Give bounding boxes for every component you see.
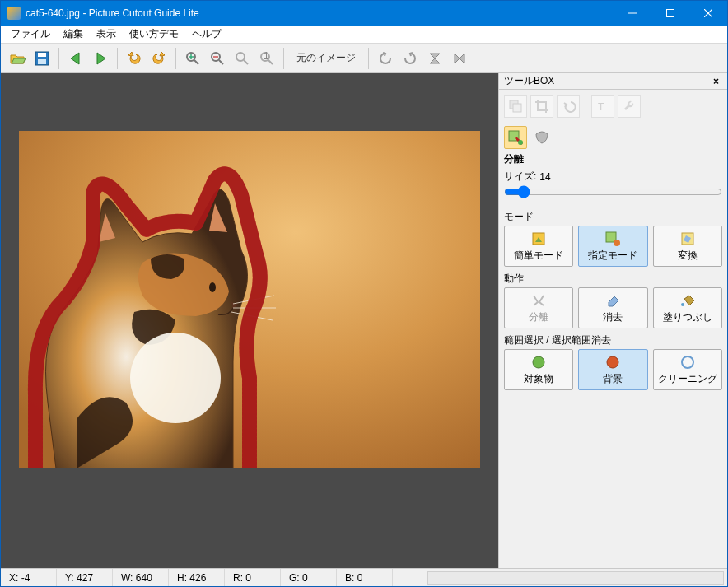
status-b: B: 0: [337, 569, 393, 586]
mode-simple-label: 簡単モード: [514, 249, 563, 263]
menu-file[interactable]: ファイル: [4, 26, 57, 43]
svg-rect-26: [513, 104, 521, 112]
flip-horizontal-button[interactable]: [448, 47, 471, 70]
svg-point-21: [209, 282, 216, 292]
svg-line-8: [194, 60, 198, 64]
window-title: cat5-640.jpg - Picture Cutout Guide Lite: [26, 7, 614, 19]
horizontal-scrollbar[interactable]: [427, 571, 724, 585]
svg-point-37: [682, 356, 693, 368]
status-h: H: 426: [169, 569, 225, 586]
open-button[interactable]: [6, 47, 29, 70]
menu-view[interactable]: 表示: [90, 26, 123, 43]
svg-point-35: [533, 356, 544, 368]
mode-group-label: モード: [504, 210, 722, 224]
range-object-label: 対象物: [524, 372, 553, 386]
tool-separate-icon[interactable]: [504, 126, 527, 149]
action-group-label: 動作: [504, 272, 722, 286]
mode-specified-label: 指定モード: [588, 249, 637, 263]
menu-bar: ファイル 編集 表示 使い方デモ ヘルプ: [1, 26, 727, 44]
zoom-out-button[interactable]: [206, 47, 229, 70]
canvas-area[interactable]: [1, 73, 498, 568]
main-toolbar: 1 元のイメージ: [1, 44, 727, 73]
workspace: ツールBOX × T 分離 サイズ: 14 モード: [1, 73, 727, 568]
action-erase-label: 消去: [603, 310, 623, 324]
mode-transform-label: 変換: [678, 249, 698, 263]
prev-button[interactable]: [64, 47, 87, 70]
range-object-button[interactable]: 対象物: [504, 349, 573, 390]
tool-crop-icon[interactable]: [530, 95, 553, 118]
status-y: Y: 427: [57, 569, 113, 586]
tool-text-icon[interactable]: T: [591, 95, 614, 118]
range-background-button[interactable]: 背景: [578, 349, 647, 390]
action-fill-button[interactable]: 塗りつぶし: [653, 287, 722, 328]
toolbox-close-button[interactable]: ×: [710, 76, 722, 87]
svg-line-15: [244, 60, 248, 64]
tool-wrench-icon[interactable]: [618, 95, 641, 118]
svg-point-29: [518, 140, 523, 145]
size-label: サイズ:: [504, 170, 536, 184]
svg-point-36: [607, 356, 618, 368]
save-button[interactable]: [30, 47, 54, 70]
original-image-button[interactable]: 元のイメージ: [289, 47, 363, 70]
svg-point-34: [681, 303, 684, 306]
tool-undo-icon[interactable]: [557, 95, 580, 118]
undo-button[interactable]: [123, 47, 146, 70]
mode-transform-button[interactable]: 変換: [653, 226, 722, 267]
svg-line-12: [219, 60, 223, 64]
svg-line-17: [268, 60, 273, 64]
zoom-in-button[interactable]: [181, 47, 204, 70]
tool-mask-icon[interactable]: [530, 126, 553, 149]
minimize-button[interactable]: [614, 1, 651, 26]
app-icon: [7, 7, 21, 20]
status-w: W: 640: [113, 569, 169, 586]
svg-rect-1: [667, 10, 674, 17]
mode-specified-button[interactable]: 指定モード: [578, 226, 647, 267]
tool-layer-icon[interactable]: [504, 95, 527, 118]
rotate-cw-button[interactable]: [399, 47, 422, 70]
toolbox-title: ツールBOX: [504, 74, 710, 88]
menu-edit[interactable]: 編集: [57, 26, 90, 43]
range-background-label: 背景: [603, 372, 623, 386]
flip-vertical-button[interactable]: [423, 47, 446, 70]
svg-point-32: [614, 240, 620, 246]
action-fill-label: 塗りつぶし: [663, 310, 712, 324]
action-separate-label: 分離: [529, 310, 548, 324]
menu-demo[interactable]: 使い方デモ: [123, 26, 185, 43]
status-bar: X: -4 Y: 427 W: 640 H: 426 R: 0 G: 0 B: …: [1, 568, 727, 586]
mode-simple-button[interactable]: 簡単モード: [504, 226, 573, 267]
status-g: G: 0: [281, 569, 337, 586]
size-slider[interactable]: [504, 185, 722, 198]
redo-button[interactable]: [147, 47, 170, 70]
image-canvas[interactable]: [19, 131, 480, 468]
maximize-button[interactable]: [651, 1, 689, 26]
svg-point-20: [130, 333, 221, 423]
menu-help[interactable]: ヘルプ: [185, 26, 228, 43]
zoom-fit-button[interactable]: [231, 47, 254, 70]
action-erase-button[interactable]: 消去: [578, 287, 647, 328]
svg-rect-6: [38, 59, 46, 64]
action-separate-button[interactable]: 分離: [504, 287, 573, 328]
range-cleaning-button[interactable]: クリーニング: [653, 349, 722, 390]
status-r: R: 0: [225, 569, 281, 586]
toolbox-header: ツールBOX ×: [499, 73, 727, 90]
svg-text:T: T: [598, 101, 604, 113]
close-button[interactable]: [689, 1, 727, 26]
section-separate-title: 分離: [504, 152, 722, 166]
size-value: 14: [539, 171, 550, 183]
next-button[interactable]: [89, 47, 112, 70]
title-bar: cat5-640.jpg - Picture Cutout Guide Lite: [1, 1, 727, 26]
zoom-actual-button[interactable]: 1: [255, 47, 278, 70]
status-x: X: -4: [1, 569, 57, 586]
range-group-label: 範囲選択 / 選択範囲消去: [504, 333, 722, 347]
toolbox-panel: ツールBOX × T 分離 サイズ: 14 モード: [498, 73, 727, 568]
svg-point-14: [236, 53, 245, 61]
svg-text:1: 1: [264, 50, 269, 62]
svg-rect-5: [38, 53, 46, 57]
rotate-ccw-button[interactable]: [374, 47, 397, 70]
range-cleaning-label: クリーニング: [658, 372, 717, 386]
